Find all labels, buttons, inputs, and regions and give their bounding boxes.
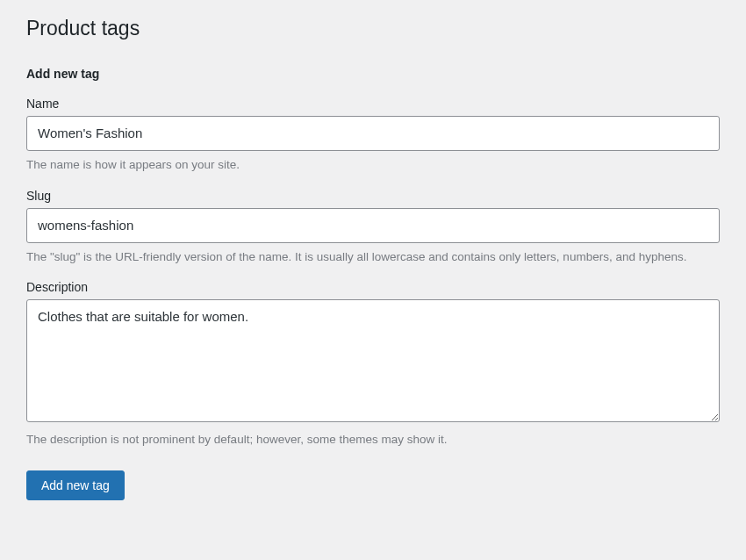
add-new-tag-button[interactable]: Add new tag — [26, 470, 125, 500]
name-field-group: Name The name is how it appears on your … — [26, 97, 720, 175]
name-hint: The name is how it appears on your site. — [26, 156, 720, 174]
name-input[interactable] — [26, 116, 720, 152]
description-textarea[interactable] — [26, 299, 720, 422]
slug-label: Slug — [26, 189, 720, 203]
slug-hint: The "slug" is the URL-friendly version o… — [26, 248, 720, 266]
description-field-group: Description The description is not promi… — [26, 280, 720, 449]
page-title: Product tags — [26, 16, 720, 42]
slug-field-group: Slug The "slug" is the URL-friendly vers… — [26, 189, 720, 267]
slug-input[interactable] — [26, 208, 720, 244]
form-heading: Add new tag — [26, 67, 720, 81]
description-label: Description — [26, 280, 720, 294]
name-label: Name — [26, 97, 720, 111]
description-hint: The description is not prominent by defa… — [26, 431, 720, 449]
